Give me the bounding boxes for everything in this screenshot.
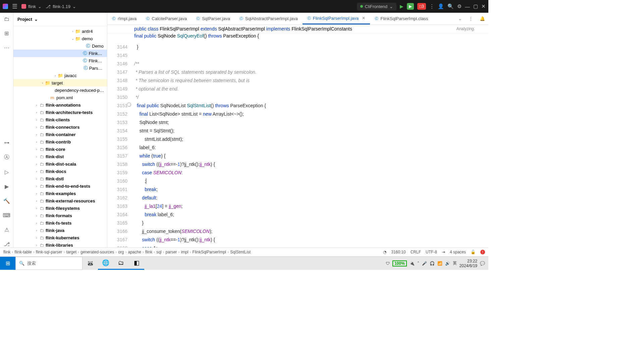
- vcs-icon[interactable]: ⎇: [4, 241, 10, 247]
- tree-row[interactable]: ›🗀flink-libraries: [13, 241, 107, 247]
- tray-mic-icon[interactable]: 🎤: [422, 261, 427, 266]
- maximize-icon[interactable]: ▢: [473, 3, 478, 9]
- minimize-icon[interactable]: —: [465, 4, 470, 9]
- more-icon[interactable]: ⋮: [429, 3, 434, 9]
- commit-icon[interactable]: ⊶: [4, 139, 9, 146]
- breadcrumb-item[interactable]: flink-sql-parser: [36, 250, 62, 254]
- run-tool-icon[interactable]: ▶: [5, 183, 9, 190]
- ai-icon[interactable]: Ⓐ: [4, 154, 9, 161]
- tree-row[interactable]: ›🗀flink-fs-tests: [13, 219, 107, 227]
- tree-row[interactable]: ›🗀flink-container: [13, 131, 107, 138]
- breadcrumb-path[interactable]: flink›flink-table›flink-sql-parser›targe…: [3, 250, 251, 254]
- system-tray[interactable]: 🛡 100% 🔌 ˄ 🎤 🎧 📶 🔊 英 23:22 2024/6/19 💬: [382, 259, 488, 268]
- tree-row[interactable]: ⒸDemo: [13, 42, 107, 50]
- editor-tab[interactable]: ⒸrImpl.java: [107, 13, 141, 24]
- tray-chevron-icon[interactable]: ˄: [417, 261, 419, 266]
- account-icon[interactable]: 👤: [438, 3, 444, 9]
- tree-row[interactable]: ›📁antlr4: [13, 27, 107, 35]
- debug-badge[interactable]: ▶: [407, 3, 414, 10]
- tray-wifi-icon[interactable]: 📶: [437, 261, 442, 266]
- tree-row[interactable]: ›🗀flink-dstl: [13, 175, 107, 182]
- taskbar-app-chrome[interactable]: 🌐: [98, 257, 113, 270]
- tree-row[interactable]: ⒸFlinkSQLDateg: [13, 50, 107, 57]
- tree-row[interactable]: ›🗀flink-dist: [13, 153, 107, 160]
- notifications-icon[interactable]: 💬: [480, 261, 485, 266]
- clock-icon[interactable]: ◔: [383, 250, 386, 254]
- indent-setting[interactable]: 4 spaces: [450, 250, 466, 254]
- tree-row[interactable]: ›🗀flink-contrib: [13, 138, 107, 145]
- tray-headset-icon[interactable]: 🎧: [430, 261, 435, 266]
- project-tool-icon[interactable]: 🗀: [4, 16, 9, 22]
- project-tree[interactable]: ›📁antlr4⌄📁demoⒸDemoⒸFlinkSQLDategⒸFlinkS…: [13, 26, 107, 247]
- tray-shield-icon[interactable]: 🛡: [386, 261, 390, 266]
- tree-row[interactable]: ⒸParserDemo: [13, 64, 107, 72]
- code-editor[interactable]: 221 3138 public class FlinkSqlParserImpl…: [107, 25, 488, 247]
- build-icon[interactable]: 🔨: [3, 198, 10, 204]
- project-panel-header[interactable]: Project ⌄: [13, 13, 107, 26]
- more-tool-icon[interactable]: ⋯: [4, 45, 9, 51]
- project-selector[interactable]: flink ⌄: [21, 4, 42, 9]
- tree-row[interactable]: ⒸFlinkSQLDemo: [13, 57, 107, 64]
- tree-row[interactable]: ›🗀flink-java: [13, 227, 107, 234]
- run-icon[interactable]: ▶: [400, 4, 404, 9]
- services-icon[interactable]: ▷: [5, 169, 9, 175]
- tree-row[interactable]: ›🗀flink-kubernetes: [13, 234, 107, 241]
- taskbar-app-raccoon[interactable]: 🦝: [83, 257, 98, 270]
- breadcrumb-item[interactable]: org: [118, 250, 124, 254]
- close-tab-icon[interactable]: ✕: [362, 16, 365, 20]
- tab-action-icon[interactable]: ⋮: [465, 16, 476, 21]
- tree-row[interactable]: ›🗀flink-docs: [13, 168, 107, 175]
- terminal-icon[interactable]: ⌨: [3, 212, 10, 219]
- tree-row[interactable]: ›🗀flink-formats: [13, 212, 107, 219]
- taskbar-search[interactable]: 🔍 搜索: [15, 257, 83, 270]
- breadcrumb-item[interactable]: flink: [3, 250, 10, 254]
- breadcrumb-item[interactable]: apache: [128, 250, 141, 254]
- tree-row[interactable]: ›🗀flink-architecture-tests: [13, 109, 107, 116]
- tree-row[interactable]: ›📁javacc: [13, 72, 107, 79]
- breadcrumb-item[interactable]: flink: [145, 250, 152, 254]
- breadcrumb-item[interactable]: generated-sources: [80, 250, 114, 254]
- stop-badge[interactable]: □3: [417, 3, 426, 10]
- taskbar-clock[interactable]: 23:22 2024/6/19: [460, 259, 477, 268]
- tree-row[interactable]: ›🗀flink-end-to-end-tests: [13, 182, 107, 190]
- tray-volume-icon[interactable]: 🔊: [445, 261, 450, 266]
- tree-row[interactable]: ›🗀flink-core: [13, 145, 107, 153]
- breadcrumb-item[interactable]: flink-table: [14, 250, 32, 254]
- override-gutter-icon[interactable]: ◯: [127, 102, 131, 107]
- code-content[interactable]: } /** * Parses a list of SQL statements …: [131, 42, 266, 247]
- tree-row[interactable]: ›🗀flink-dist-scala: [13, 160, 107, 168]
- tree-row[interactable]: dependency-reduced-pom.xml: [13, 86, 107, 94]
- hamburger-icon[interactable]: ☰: [12, 3, 17, 10]
- taskbar-app-intellij[interactable]: ◧: [129, 257, 144, 270]
- caret-position[interactable]: 3160:10: [391, 250, 406, 254]
- breadcrumb-item[interactable]: target: [66, 250, 76, 254]
- structure-tool-icon[interactable]: ⊞: [4, 30, 9, 37]
- breadcrumb-item[interactable]: SqlStmtList: [230, 250, 251, 254]
- search-icon[interactable]: 🔍: [447, 3, 454, 9]
- error-indicator-icon[interactable]: !: [480, 250, 485, 254]
- tab-action-icon[interactable]: ⌄: [455, 16, 465, 21]
- file-encoding[interactable]: UTF-8: [426, 250, 437, 254]
- readonly-icon[interactable]: 🔓: [471, 250, 476, 254]
- tree-row[interactable]: ›🗀flink-examples: [13, 190, 107, 197]
- ime-indicator[interactable]: 英: [453, 260, 457, 266]
- breadcrumb-item[interactable]: sql: [156, 250, 161, 254]
- start-button[interactable]: ⊞: [0, 257, 15, 270]
- tree-row[interactable]: ›🗀flink-connectors: [13, 123, 107, 131]
- editor-tab[interactable]: ⒸFlinkSqlParserImpl.class: [370, 13, 433, 24]
- editor-tab[interactable]: ⒸFlinkSqlParserImpl.java✕: [303, 13, 370, 24]
- tree-row[interactable]: ›🗀flink-annotations: [13, 101, 107, 109]
- tree-row[interactable]: mpom.xml: [13, 94, 107, 101]
- breadcrumb-item[interactable]: FlinkSqlParserImpl: [193, 250, 226, 254]
- tree-row[interactable]: ⌄📁demo: [13, 35, 107, 42]
- editor-tab[interactable]: ⒸCalciteParser.java: [141, 13, 192, 24]
- tree-row[interactable]: ›📁target: [13, 79, 107, 86]
- problems-icon[interactable]: ⚠: [4, 227, 9, 233]
- breadcrumb-item[interactable]: parser: [166, 250, 177, 254]
- branch-selector[interactable]: ⎇ flink-1.19 ⌄: [46, 4, 76, 9]
- settings-icon[interactable]: ⚙: [457, 3, 462, 9]
- breadcrumb-item[interactable]: impl: [181, 250, 189, 254]
- tree-row[interactable]: ›🗀flink-filesystems: [13, 204, 107, 212]
- editor-tab[interactable]: ⒸSqlParser.java: [192, 13, 235, 24]
- close-icon[interactable]: ✕: [481, 3, 486, 9]
